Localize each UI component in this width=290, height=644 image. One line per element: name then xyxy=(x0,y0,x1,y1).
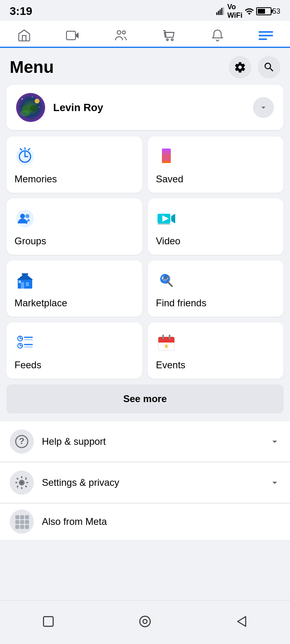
svg-rect-71 xyxy=(21,476,23,478)
profile-card[interactable]: Levin Roy xyxy=(6,85,284,130)
nav-marketplace[interactable] xyxy=(155,25,183,47)
svg-point-28 xyxy=(16,210,34,227)
svg-point-70 xyxy=(21,481,23,484)
also-from-meta[interactable]: Also from Meta xyxy=(0,504,290,540)
svg-rect-73 xyxy=(15,482,17,483)
status-time: 3:19 xyxy=(10,5,32,18)
svg-rect-35 xyxy=(18,279,32,289)
menu-item-groups[interactable]: Groups xyxy=(6,198,142,255)
settings-button[interactable] xyxy=(229,56,251,78)
svg-rect-81 xyxy=(25,515,29,519)
recent-apps-button[interactable] xyxy=(34,607,63,636)
menu-item-events[interactable]: Events xyxy=(148,322,284,379)
menu-item-marketplace[interactable]: Marketplace xyxy=(6,260,142,317)
svg-rect-1 xyxy=(218,11,219,15)
meta-icon xyxy=(10,510,34,534)
see-more-button[interactable]: See more xyxy=(6,384,284,413)
feeds-icon xyxy=(14,332,35,353)
svg-rect-12 xyxy=(259,35,273,37)
svg-rect-4 xyxy=(223,7,224,15)
svg-marker-32 xyxy=(171,214,175,223)
svg-point-89 xyxy=(140,616,150,627)
grid-menu: Memories Saved xyxy=(6,136,284,379)
svg-rect-79 xyxy=(15,515,19,519)
svg-rect-76 xyxy=(25,478,27,480)
svg-rect-83 xyxy=(20,520,24,524)
search-button[interactable] xyxy=(258,56,280,78)
svg-rect-80 xyxy=(20,515,24,519)
bottom-nav xyxy=(0,600,290,644)
nav-menu[interactable] xyxy=(252,25,280,47)
video-label: Video xyxy=(156,235,276,247)
svg-point-10 xyxy=(171,39,173,41)
home-button[interactable] xyxy=(130,607,160,636)
header-actions xyxy=(229,56,280,78)
settings-privacy-label: Settings & privacy xyxy=(42,477,269,488)
profile-name: Levin Roy xyxy=(53,101,103,114)
svg-rect-0 xyxy=(216,12,218,15)
svg-point-90 xyxy=(143,619,147,623)
events-label: Events xyxy=(156,359,276,371)
avatar xyxy=(16,93,45,122)
marketplace-icon xyxy=(14,270,35,291)
svg-point-29 xyxy=(20,214,25,219)
svg-point-16 xyxy=(30,105,38,111)
battery-indicator: 53 xyxy=(256,7,280,16)
svg-rect-2 xyxy=(220,9,221,15)
svg-rect-78 xyxy=(25,485,27,488)
find-friends-icon xyxy=(156,270,177,291)
svg-rect-63 xyxy=(162,334,164,339)
menu-item-memories[interactable]: Memories xyxy=(6,136,142,193)
nav-home[interactable] xyxy=(10,25,38,47)
saved-label: Saved xyxy=(156,173,276,185)
profile-left: Levin Roy xyxy=(16,93,103,122)
help-icon: ? xyxy=(10,429,34,454)
back-button[interactable] xyxy=(227,607,256,636)
menu-item-video[interactable]: Video xyxy=(148,198,284,255)
settings-icon xyxy=(10,471,34,495)
svg-rect-84 xyxy=(25,520,29,524)
svg-rect-64 xyxy=(169,334,170,339)
signal-icon xyxy=(216,7,225,16)
groups-label: Groups xyxy=(14,235,134,247)
svg-rect-86 xyxy=(20,525,24,529)
svg-rect-5 xyxy=(66,31,76,40)
find-friends-label: Find friends xyxy=(156,297,276,309)
svg-line-47 xyxy=(168,282,172,286)
svg-point-18 xyxy=(35,99,39,103)
svg-rect-39 xyxy=(19,281,21,283)
menu-item-find-friends[interactable]: Find friends xyxy=(148,260,284,317)
page-header: Menu xyxy=(0,48,290,85)
svg-rect-13 xyxy=(259,39,267,40)
page-title: Menu xyxy=(10,58,54,77)
settings-privacy-item[interactable]: Settings & privacy xyxy=(0,462,290,503)
nav-friends[interactable] xyxy=(107,25,135,47)
svg-point-8 xyxy=(122,31,126,34)
settings-chevron-icon xyxy=(269,477,280,488)
help-support-item[interactable]: ? Help & support xyxy=(0,421,290,462)
svg-rect-87 xyxy=(25,525,29,529)
saved-icon xyxy=(156,146,177,167)
nav-video[interactable] xyxy=(59,25,86,47)
svg-point-30 xyxy=(25,214,29,218)
help-support-label: Help & support xyxy=(42,436,269,447)
svg-rect-82 xyxy=(15,520,19,524)
nav-notifications[interactable] xyxy=(204,25,231,47)
svg-rect-11 xyxy=(259,31,273,33)
svg-rect-72 xyxy=(21,487,23,489)
svg-rect-62 xyxy=(158,339,174,343)
also-from-meta-label: Also from Meta xyxy=(42,516,280,527)
feeds-label: Feeds xyxy=(14,359,134,371)
settings-section: Settings & privacy xyxy=(0,462,290,503)
events-icon xyxy=(156,332,177,353)
svg-rect-3 xyxy=(221,8,222,15)
svg-point-7 xyxy=(117,31,121,34)
menu-item-feeds[interactable]: Feeds xyxy=(6,322,142,379)
svg-text:?: ? xyxy=(19,436,24,446)
help-chevron-icon xyxy=(269,436,280,447)
profile-expand-button[interactable] xyxy=(253,97,274,118)
svg-rect-88 xyxy=(44,617,53,626)
svg-rect-36 xyxy=(21,282,24,289)
menu-item-saved[interactable]: Saved xyxy=(148,136,284,193)
svg-rect-75 xyxy=(17,478,19,480)
